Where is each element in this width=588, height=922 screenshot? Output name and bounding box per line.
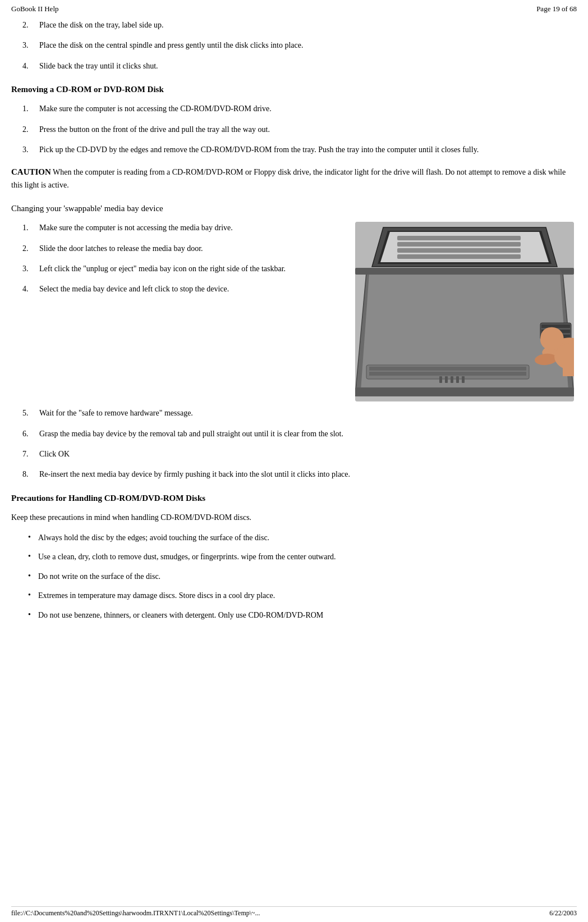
item-number: 2. (22, 124, 39, 136)
intro-list: 2. Place the disk on the tray, label sid… (11, 19, 577, 72)
item-text: Make sure the computer is not accessing … (39, 103, 577, 115)
item-text: Slide the door latches to release the me… (39, 243, 347, 255)
svg-rect-5 (397, 242, 521, 247)
list-item: 8. Re-insert the next media bay device b… (22, 468, 577, 481)
list-item: 3. Pick up the CD-DVD by the edges and r… (22, 144, 577, 156)
section1-heading: Removing a CD-ROM or DVD-ROM Disk (11, 83, 577, 96)
page-header: GoBook II Help Page 19 of 68 (11, 4, 577, 13)
bullet-icon: ● (28, 611, 38, 618)
list-item: ● Do not write on the surface of the dis… (28, 570, 577, 583)
item-number: 2. (22, 243, 39, 255)
item-number: 1. (22, 222, 39, 234)
list-item: 2. Place the disk on the tray, label sid… (22, 19, 577, 31)
footer-path: file://C:\Documents%20and%20Settings\har… (11, 909, 260, 918)
svg-rect-27 (456, 376, 459, 383)
list-item: 7. Click OK (22, 448, 577, 460)
image-text-block: 1. Make sure the computer is not accessi… (11, 222, 577, 401)
bullet-text: Always hold the disc by the edges; avoid… (38, 532, 577, 544)
left-list: 1. Make sure the computer is not accessi… (11, 222, 347, 401)
item-text: Slide back the tray until it clicks shut… (39, 60, 577, 72)
list-item: ● Always hold the disc by the edges; avo… (28, 532, 577, 544)
main-content: 2. Place the disk on the tray, label sid… (11, 19, 577, 622)
page-number: Page 19 of 68 (536, 4, 577, 13)
list-item: ● Use a clean, dry, cloth to remove dust… (28, 551, 577, 563)
list-item: 5. Wait for the "safe to remove hardware… (22, 407, 577, 419)
list-item: 2. Slide the door latches to release the… (22, 243, 347, 255)
bullet-text: Do not write on the surface of the disc. (38, 570, 577, 583)
svg-rect-4 (397, 236, 521, 240)
item-text: Wait for the "safe to remove hardware" m… (39, 407, 577, 419)
bullet-text: Do not use benzene, thinners, or cleaner… (38, 609, 577, 622)
item-text: Re-insert the next media bay device by f… (39, 468, 577, 481)
list-item: 1. Make sure the computer is not accessi… (22, 222, 347, 234)
bullet-icon: ● (28, 572, 38, 579)
item-number: 1. (22, 103, 39, 115)
bullet-list: ● Always hold the disc by the edges; avo… (28, 532, 577, 622)
list-item: ● Do not use benzene, thinners, or clean… (28, 609, 577, 622)
svg-rect-23 (369, 372, 526, 376)
app-title: GoBook II Help (11, 4, 59, 13)
section1-list: 1. Make sure the computer is not accessi… (11, 103, 577, 156)
list-item: 3. Place the disk on the central spindle… (22, 39, 577, 52)
item-number: 5. (22, 407, 39, 419)
laptop-illustration (355, 222, 574, 401)
svg-rect-14 (355, 268, 574, 275)
footer-date: 6/22/2003 (549, 909, 577, 918)
bullet-text: Extremes in temperature may damage discs… (38, 590, 577, 602)
item-text: Grasp the media bay device by the remova… (39, 428, 577, 440)
item-number: 2. (22, 19, 39, 31)
section2-heading: Changing your 'swappable' media bay devi… (11, 202, 577, 215)
item-text: Pick up the CD-DVD by the edges and remo… (39, 144, 577, 156)
svg-rect-25 (445, 376, 448, 383)
item-number: 7. (22, 448, 39, 460)
item-number: 8. (22, 468, 39, 481)
item-number: 3. (22, 263, 39, 275)
caution-label: CAUTION (11, 167, 51, 176)
item-text: Press the button on the front of the dri… (39, 124, 577, 136)
caution-block: CAUTION When the computer is reading fro… (11, 165, 577, 191)
list-item: 1. Make sure the computer is not accessi… (22, 103, 577, 115)
bullet-icon: ● (28, 533, 38, 541)
svg-rect-19 (563, 348, 574, 376)
item-text: Place the disk on the central spindle an… (39, 39, 577, 52)
list-item: 6. Grasp the media bay device by the rem… (22, 428, 577, 440)
section3-intro: Keep these precautions in mind when hand… (11, 512, 577, 524)
bullet-text: Use a clean, dry, cloth to remove dust, … (38, 551, 577, 563)
item-number: 4. (22, 60, 39, 72)
svg-rect-22 (369, 367, 526, 371)
svg-rect-28 (462, 376, 465, 383)
svg-rect-6 (397, 248, 521, 253)
item-text: Select the media bay device and left cli… (39, 283, 347, 295)
page-footer: file://C:\Documents%20and%20Settings\har… (11, 906, 577, 918)
svg-rect-20 (355, 387, 574, 396)
item-number: 4. (22, 283, 39, 295)
item-text: Click OK (39, 448, 577, 460)
item-number: 3. (22, 39, 39, 52)
list-item: 4. Slide back the tray until it clicks s… (22, 60, 577, 72)
svg-rect-24 (439, 376, 442, 383)
list-item: 4. Select the media bay device and left … (22, 283, 347, 295)
section2-bottom-list: 5. Wait for the "safe to remove hardware… (11, 407, 577, 481)
svg-rect-11 (541, 325, 570, 328)
list-item: 3. Left click the "unplug or eject" medi… (22, 263, 347, 275)
laptop-svg (355, 222, 574, 401)
svg-rect-7 (397, 254, 521, 259)
item-text: Make sure the computer is not accessing … (39, 222, 347, 234)
laptop-image-container (352, 222, 577, 401)
item-text: Place the disk on the tray, label side u… (39, 19, 577, 31)
item-number: 6. (22, 428, 39, 440)
list-item: ● Extremes in temperature may damage dis… (28, 590, 577, 602)
list-item: 2. Press the button on the front of the … (22, 124, 577, 136)
bullet-icon: ● (28, 591, 38, 599)
section3-heading: Precautions for Handling CD-ROM/DVD-ROM … (11, 491, 577, 505)
item-text: Left click the "unplug or eject" media b… (39, 263, 347, 275)
bullet-icon: ● (28, 553, 38, 560)
caution-text: When the computer is reading from a CD-R… (11, 168, 566, 189)
item-number: 3. (22, 144, 39, 156)
svg-rect-26 (451, 376, 453, 383)
